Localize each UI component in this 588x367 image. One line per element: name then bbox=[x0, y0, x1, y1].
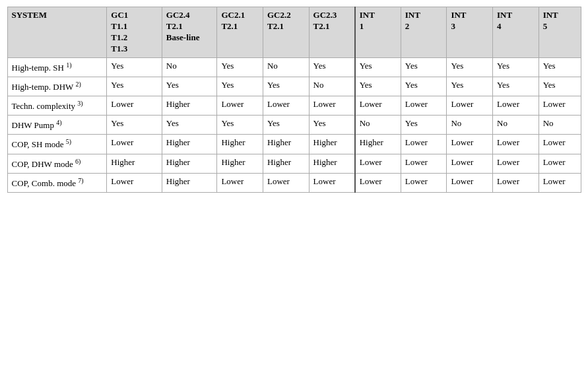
cell-int5: Yes bbox=[539, 57, 581, 77]
cell-gc1: Lower bbox=[107, 135, 162, 154]
cell-gc21: Lower bbox=[217, 96, 263, 116]
cell-gc21: Yes bbox=[217, 57, 263, 77]
cell-gc24: Higher bbox=[162, 96, 217, 116]
cell-int1: Lower bbox=[355, 154, 401, 173]
cell-int1: Yes bbox=[355, 57, 401, 77]
cell-gc1: Higher bbox=[107, 154, 162, 173]
cell-gc21: Higher bbox=[217, 135, 263, 154]
cell-int3: Lower bbox=[447, 173, 493, 192]
cell-int4: Lower bbox=[493, 96, 539, 116]
header-gc24: GC2.4 T2.1 Base-line bbox=[162, 7, 217, 58]
cell-gc21: Higher bbox=[217, 154, 263, 173]
comparison-table: SYSTEM GC1 T1.1 T1.2 T1.3 GC2.4 T2.1 Bas… bbox=[7, 7, 581, 193]
cell-gc23: No bbox=[309, 77, 355, 96]
row-label: COP, Comb. mode 7) bbox=[7, 173, 107, 192]
cell-gc23: Lower bbox=[309, 173, 355, 192]
header-gc23: GC2.3 T2.1 bbox=[309, 7, 355, 58]
header-gc1: GC1 T1.1 T1.2 T1.3 bbox=[107, 7, 162, 58]
cell-gc21: Yes bbox=[217, 77, 263, 96]
cell-gc24: Higher bbox=[162, 154, 217, 173]
header-int4: INT 4 bbox=[493, 7, 539, 58]
cell-int1: Higher bbox=[355, 135, 401, 154]
cell-int2: Lower bbox=[401, 96, 447, 116]
cell-int3: No bbox=[447, 116, 493, 135]
cell-gc22: Yes bbox=[263, 116, 309, 135]
header-gc22: GC2.2 T2.1 bbox=[263, 7, 309, 58]
cell-gc24: Higher bbox=[162, 135, 217, 154]
cell-gc22: Yes bbox=[263, 77, 309, 96]
cell-int3: Yes bbox=[447, 77, 493, 96]
table-row: COP, Comb. mode 7)LowerHigherLowerLowerL… bbox=[7, 173, 581, 192]
row-label: Techn. complexity 3) bbox=[7, 96, 107, 116]
row-label: High-temp. DHW 2) bbox=[7, 77, 107, 96]
cell-gc23: Yes bbox=[309, 116, 355, 135]
table-row: COP, DHW mode 6)HigherHigherHigherHigher… bbox=[7, 154, 581, 173]
cell-gc24: Higher bbox=[162, 173, 217, 192]
cell-int5: Lower bbox=[539, 96, 581, 116]
cell-int4: Yes bbox=[493, 77, 539, 96]
cell-gc23: Yes bbox=[309, 57, 355, 77]
cell-gc24: No bbox=[162, 57, 217, 77]
cell-gc22: No bbox=[263, 57, 309, 77]
row-label: DHW Pump 4) bbox=[7, 116, 107, 135]
cell-int4: Lower bbox=[493, 154, 539, 173]
cell-int4: No bbox=[493, 116, 539, 135]
row-label: High-temp. SH 1) bbox=[7, 57, 107, 77]
cell-int4: Lower bbox=[493, 173, 539, 192]
row-label: COP, DHW mode 6) bbox=[7, 154, 107, 173]
cell-gc21: Yes bbox=[217, 116, 263, 135]
cell-int3: Lower bbox=[447, 154, 493, 173]
header-int3: INT 3 bbox=[447, 7, 493, 58]
cell-int3: Lower bbox=[447, 96, 493, 116]
cell-gc23: Higher bbox=[309, 135, 355, 154]
cell-int5: Lower bbox=[539, 154, 581, 173]
cell-int1: Lower bbox=[355, 173, 401, 192]
cell-int1: No bbox=[355, 116, 401, 135]
table-row: COP, SH mode 5)LowerHigherHigherHigherHi… bbox=[7, 135, 581, 154]
cell-gc23: Higher bbox=[309, 154, 355, 173]
cell-gc22: Higher bbox=[263, 135, 309, 154]
table-body: High-temp. SH 1)YesNoYesNoYesYesYesYesYe… bbox=[7, 57, 581, 193]
cell-gc22: Higher bbox=[263, 154, 309, 173]
cell-gc1: Yes bbox=[107, 77, 162, 96]
cell-gc24: Yes bbox=[162, 116, 217, 135]
cell-int4: Lower bbox=[493, 135, 539, 154]
cell-gc22: Lower bbox=[263, 96, 309, 116]
cell-gc22: Lower bbox=[263, 173, 309, 192]
cell-int2: Yes bbox=[401, 116, 447, 135]
cell-gc24: Yes bbox=[162, 77, 217, 96]
header-system: SYSTEM bbox=[7, 7, 107, 58]
cell-int2: Yes bbox=[401, 57, 447, 77]
cell-int2: Lower bbox=[401, 154, 447, 173]
header-row: SYSTEM GC1 T1.1 T1.2 T1.3 GC2.4 T2.1 Bas… bbox=[7, 7, 581, 58]
cell-gc1: Lower bbox=[107, 173, 162, 192]
table-row: DHW Pump 4)YesYesYesYesYesNoYesNoNoNo bbox=[7, 116, 581, 135]
cell-int5: Lower bbox=[539, 173, 581, 192]
cell-int4: Yes bbox=[493, 57, 539, 77]
cell-int2: Yes bbox=[401, 77, 447, 96]
table-row: Techn. complexity 3)LowerHigherLowerLowe… bbox=[7, 96, 581, 116]
cell-gc21: Lower bbox=[217, 173, 263, 192]
cell-gc23: Lower bbox=[309, 96, 355, 116]
table-row: High-temp. SH 1)YesNoYesNoYesYesYesYesYe… bbox=[7, 57, 581, 77]
cell-int5: Yes bbox=[539, 77, 581, 96]
table-row: High-temp. DHW 2)YesYesYesYesNoYesYesYes… bbox=[7, 77, 581, 96]
cell-gc1: Yes bbox=[107, 57, 162, 77]
header-gc21: GC2.1 T2.1 bbox=[217, 7, 263, 58]
cell-int3: Lower bbox=[447, 135, 493, 154]
cell-int3: Yes bbox=[447, 57, 493, 77]
header-int2: INT 2 bbox=[401, 7, 447, 58]
main-table-container: SYSTEM GC1 T1.1 T1.2 T1.3 GC2.4 T2.1 Bas… bbox=[7, 7, 581, 193]
cell-gc1: Lower bbox=[107, 96, 162, 116]
cell-int1: Lower bbox=[355, 96, 401, 116]
row-label: COP, SH mode 5) bbox=[7, 135, 107, 154]
header-int1: INT 1 bbox=[355, 7, 401, 58]
cell-gc1: Yes bbox=[107, 116, 162, 135]
header-int5: INT 5 bbox=[539, 7, 581, 58]
cell-int5: Lower bbox=[539, 135, 581, 154]
cell-int2: Lower bbox=[401, 173, 447, 192]
cell-int2: Lower bbox=[401, 135, 447, 154]
cell-int5: No bbox=[539, 116, 581, 135]
cell-int1: Yes bbox=[355, 77, 401, 96]
